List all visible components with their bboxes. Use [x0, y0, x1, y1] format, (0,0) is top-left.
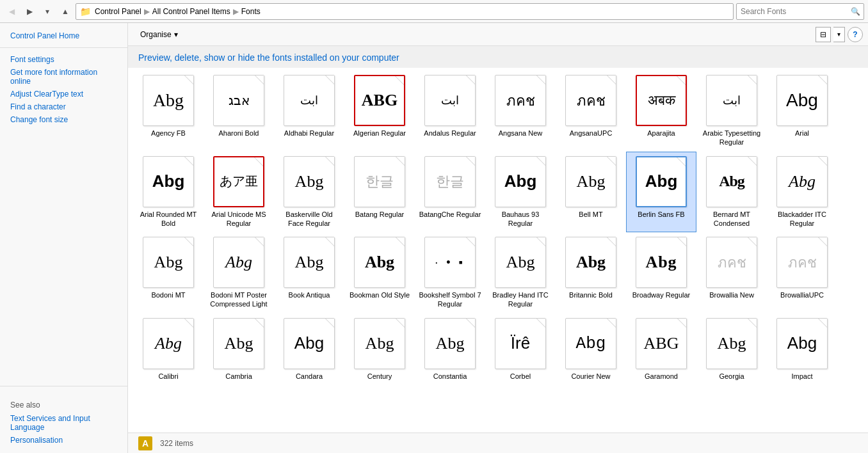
list-item[interactable]: Abg Arial Rounded MT Bold	[133, 152, 204, 233]
font-name: Constantia	[433, 372, 467, 381]
list-item[interactable]: Abg Blackadder ITC Regular	[767, 152, 837, 233]
list-item[interactable]: Abg Broadway Regular	[626, 232, 696, 314]
list-item[interactable]: Abg Bell MT	[556, 152, 626, 233]
font-name: Aparajita	[647, 129, 675, 138]
list-item[interactable]: 한글 BatangChe Regular	[415, 152, 485, 233]
sidebar-item-personalisation[interactable]: Personalisation	[0, 434, 127, 447]
font-icon-century: Abg	[354, 318, 405, 369]
font-name: Arabic Typesetting Regular	[700, 129, 764, 147]
sidebar-item-font-settings[interactable]: Font settings	[0, 53, 127, 66]
back-button[interactable]: ◀	[4, 4, 19, 19]
list-item[interactable]	[837, 152, 868, 233]
list-item[interactable]: Abg Century	[344, 314, 415, 385]
list-item[interactable]: Abg Bookman Old Style	[344, 232, 415, 314]
list-item[interactable]: Abg Bernard MT Condensed	[696, 152, 767, 233]
list-item[interactable]: ภคช AngsanaUPC	[556, 70, 626, 152]
font-name: Batang Regular	[355, 210, 404, 219]
list-item[interactable]	[837, 70, 868, 152]
font-icon-bradley-hand: Abg	[495, 237, 546, 288]
font-name: Berlin Sans FB	[638, 210, 684, 219]
list-item[interactable]: Abg Courier New	[556, 314, 626, 385]
list-item[interactable]: Abg Agency FB	[133, 70, 204, 152]
font-name: Book Antiqua	[289, 290, 330, 299]
font-name: Baskerville Old Face Regular	[277, 210, 341, 228]
up-button[interactable]: ▲	[58, 4, 73, 19]
list-item[interactable]: Abg Constantia	[415, 314, 485, 385]
font-name: Bookshelf Symbol 7 Regular	[418, 290, 482, 309]
divider-1	[0, 47, 127, 48]
list-item[interactable]: ภคช Browallia New	[696, 232, 767, 314]
help-button[interactable]: ?	[848, 27, 863, 42]
list-item[interactable]: ABG Algerian Regular	[344, 70, 415, 152]
view-button[interactable]: ⊟	[816, 27, 831, 42]
font-icon-angsanaupc: ภคช	[565, 75, 616, 126]
dropdown-nav-button[interactable]: ▾	[40, 4, 55, 19]
list-item[interactable]: Abg Calibri	[133, 314, 204, 385]
sidebar-item-find-char[interactable]: Find a character	[0, 100, 127, 113]
list-item[interactable]: Abg Book Antiqua	[274, 232, 344, 314]
font-name: AngsanaUPC	[570, 129, 613, 138]
sidebar-item-change-size[interactable]: Change font size	[0, 113, 127, 126]
font-name: Candara	[296, 372, 323, 381]
organise-button[interactable]: Organise ▾	[133, 28, 185, 42]
list-item[interactable]: ابت Aldhabi Regular	[274, 70, 344, 152]
font-icon-calibri: Abg	[143, 318, 194, 369]
list-item[interactable]: ABG Garamond	[626, 314, 696, 385]
list-item[interactable]: Abg Britannic Bold	[556, 232, 626, 314]
main-layout: Control Panel Home Font settings Get mor…	[0, 23, 868, 453]
address-bar: ◀ ▶ ▾ ▲ 📁 Control Panel ▶ All Control Pa…	[0, 0, 868, 23]
list-item[interactable]: Abg Baskerville Old Face Regular	[274, 152, 344, 233]
left-panel: Control Panel Home Font settings Get mor…	[0, 23, 128, 453]
list-item[interactable]: 한글 Batang Regular	[344, 152, 415, 233]
toolbar: Organise ▾ ⊟ ▾ ?	[128, 23, 868, 46]
organise-arrow-icon: ▾	[174, 30, 178, 39]
font-icon-impact: Abg	[776, 318, 828, 369]
sidebar-item-more-info[interactable]: Get more font information online	[0, 66, 127, 88]
list-item[interactable]: Abg Bodoni MT	[133, 232, 204, 314]
font-icon-britannic: Abg	[565, 237, 616, 288]
font-name: Calibri	[158, 372, 178, 381]
sidebar-item-cp-home[interactable]: Control Panel Home	[0, 29, 127, 42]
list-item[interactable]: Abg Berlin Sans FB	[626, 152, 696, 233]
search-input[interactable]	[736, 3, 864, 20]
list-item[interactable]: ภคช Angsana New	[485, 70, 556, 152]
sidebar-item-text-services[interactable]: Text Services and Input Language	[0, 412, 127, 434]
font-icon-bookshelf: · • ▪	[424, 237, 476, 288]
list-item[interactable]: Ïrê Corbel	[485, 314, 556, 385]
list-item[interactable]: · • ▪ Bookshelf Symbol 7 Regular	[415, 232, 485, 314]
list-item[interactable]: Abg Georgia	[696, 314, 767, 385]
font-name: BatangChe Regular	[419, 210, 481, 219]
font-grid-container: Abg Agency FB אבג Aharoni Bold ابت Aldha…	[128, 68, 868, 433]
font-icon-berlin-sans: Abg	[636, 156, 687, 207]
sidebar-item-cleartype[interactable]: Adjust ClearType text	[0, 88, 127, 100]
list-item[interactable]: ابت Arabic Typesetting Regular	[696, 70, 767, 152]
breadcrumb-control-panel[interactable]: Control Panel	[95, 7, 141, 16]
list-item[interactable]: אבג Aharoni Bold	[204, 70, 274, 152]
list-item[interactable]: あア亜 Arial Unicode MS Regular	[204, 152, 274, 233]
see-also-label: See also	[0, 392, 127, 412]
list-item[interactable]: अबक Aparajita	[626, 70, 696, 152]
view-dropdown-button[interactable]: ▾	[833, 27, 845, 42]
font-name: Blackadder ITC Regular	[770, 210, 834, 228]
fonts-folder-icon: A	[138, 436, 152, 450]
list-item[interactable]	[837, 232, 868, 314]
list-item[interactable]: Abg Arial	[767, 70, 837, 152]
list-item[interactable]: Abg Impact	[767, 314, 837, 385]
forward-button[interactable]: ▶	[22, 4, 37, 19]
list-item[interactable]: ภคช BrowalliaUPC	[767, 232, 837, 314]
list-item[interactable]: Abg Bauhaus 93 Regular	[485, 152, 556, 233]
list-item[interactable]: Abg Candara	[274, 314, 344, 385]
font-icon-broadway: Abg	[636, 237, 687, 288]
list-item[interactable]: Abg Bradley Hand ITC Regular	[485, 232, 556, 314]
list-item[interactable]: ابت Andalus Regular	[415, 70, 485, 152]
breadcrumb-all-items[interactable]: All Control Panel Items	[152, 7, 230, 16]
font-name: Bodoni MT	[151, 290, 185, 299]
list-item[interactable]: Abg Bodoni MT Poster Compressed Light	[204, 232, 274, 314]
font-name: Agency FB	[151, 129, 186, 138]
font-icon-constantia: Abg	[424, 318, 476, 369]
font-icon-blackadder: Abg	[776, 156, 828, 207]
font-name: Broadway Regular	[632, 290, 691, 299]
font-name: Andalus Regular	[424, 129, 476, 138]
font-name: Georgia	[719, 372, 744, 381]
list-item[interactable]: Abg Cambria	[204, 314, 274, 385]
